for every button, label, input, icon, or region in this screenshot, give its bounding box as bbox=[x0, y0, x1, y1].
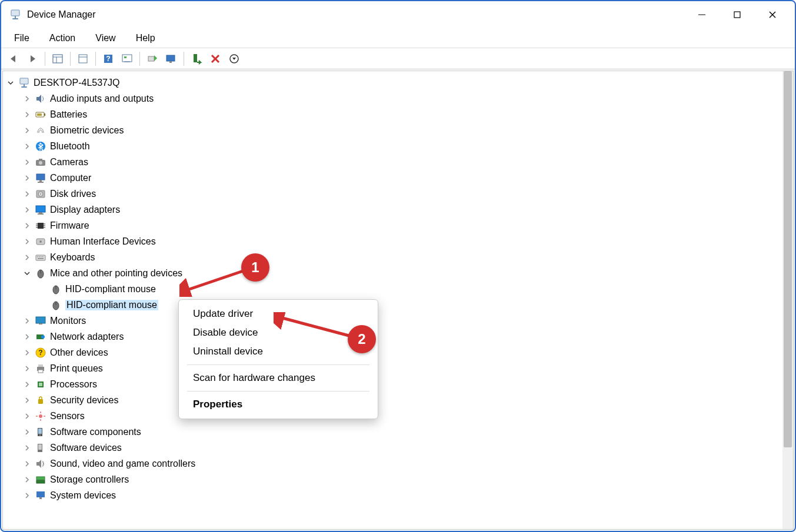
tree-category[interactable]: ? Other devices bbox=[5, 344, 780, 360]
toolbar-separator bbox=[70, 52, 71, 66]
tool-uninstall[interactable] bbox=[207, 51, 224, 67]
chevron-right-icon[interactable] bbox=[22, 205, 32, 215]
tree-root[interactable]: DESKTOP-4L537JQ bbox=[5, 75, 780, 91]
menu-help[interactable]: Help bbox=[128, 31, 164, 46]
context-menu-item[interactable]: Uninstall device bbox=[179, 342, 378, 361]
chevron-right-icon[interactable] bbox=[22, 157, 32, 168]
tool-help[interactable]: ? bbox=[99, 51, 117, 67]
chevron-down-icon[interactable] bbox=[22, 268, 32, 279]
close-button[interactable] bbox=[755, 3, 790, 26]
svg-rect-1 bbox=[15, 16, 16, 18]
chevron-right-icon[interactable] bbox=[22, 220, 32, 231]
svg-rect-15 bbox=[124, 56, 126, 58]
tree-category[interactable]: Computer bbox=[5, 170, 780, 186]
svg-rect-54 bbox=[41, 256, 42, 257]
chevron-right-icon[interactable] bbox=[22, 316, 32, 326]
svg-rect-64 bbox=[39, 323, 42, 324]
chevron-right-icon[interactable] bbox=[22, 363, 32, 374]
chevron-right-icon[interactable] bbox=[22, 474, 32, 485]
tool-properties[interactable] bbox=[74, 51, 92, 67]
chevron-right-icon[interactable] bbox=[22, 395, 32, 406]
tool-update-driver[interactable] bbox=[144, 51, 161, 67]
tree-category[interactable]: Software devices bbox=[5, 440, 780, 456]
tree-category-label: Keyboards bbox=[50, 252, 95, 263]
chevron-right-icon[interactable] bbox=[22, 332, 32, 342]
chevron-right-icon[interactable] bbox=[22, 109, 32, 120]
tree-category-label: Network adapters bbox=[50, 332, 124, 342]
tree-category[interactable]: Software components bbox=[5, 424, 780, 440]
chevron-right-icon[interactable] bbox=[22, 141, 32, 152]
tree-device-label: HID-compliant mouse bbox=[65, 300, 158, 310]
svg-rect-82 bbox=[36, 480, 45, 483]
tree-category[interactable]: Audio inputs and outputs bbox=[5, 91, 780, 106]
tool-disable[interactable] bbox=[225, 51, 243, 67]
toolbar-separator bbox=[45, 52, 45, 66]
chevron-right-icon[interactable] bbox=[22, 443, 32, 453]
svg-rect-25 bbox=[21, 86, 27, 88]
tree-category[interactable]: Firmware bbox=[5, 218, 780, 233]
chevron-right-icon[interactable] bbox=[22, 236, 32, 247]
tree-category[interactable]: Sound, video and game controllers bbox=[5, 456, 780, 471]
tree-category[interactable]: Bluetooth bbox=[5, 138, 780, 154]
tree-category[interactable]: Batteries bbox=[5, 106, 780, 122]
scrollbar-vertical[interactable] bbox=[782, 71, 793, 529]
tree-category[interactable]: Print queues bbox=[5, 360, 780, 376]
menu-view[interactable]: View bbox=[87, 31, 124, 46]
tree-category[interactable]: Network adapters bbox=[5, 329, 780, 344]
tree-device[interactable]: HID-compliant mouse bbox=[5, 281, 780, 297]
tree-category[interactable]: Monitors bbox=[5, 313, 780, 329]
tree-category[interactable]: Biometric devices bbox=[5, 122, 780, 138]
svg-text:?: ? bbox=[38, 349, 42, 357]
tree-category[interactable]: Keyboards bbox=[5, 249, 780, 265]
context-menu-item[interactable]: Scan for hardware changes bbox=[179, 369, 378, 387]
tree-category[interactable]: Cameras bbox=[5, 154, 780, 170]
tree-category-label: Biometric devices bbox=[50, 125, 124, 136]
tree-category-label: Batteries bbox=[50, 109, 87, 120]
tree-category[interactable]: Security devices bbox=[5, 392, 780, 408]
tool-action[interactable] bbox=[118, 51, 136, 67]
window-title: Device Manager bbox=[27, 9, 96, 20]
chevron-right-icon[interactable] bbox=[22, 347, 32, 358]
device-tree[interactable]: DESKTOP-4L537JQ Audio inputs and outputs… bbox=[3, 71, 782, 529]
tool-scan[interactable] bbox=[162, 51, 180, 67]
tree-category[interactable]: Mice and other pointing devices bbox=[5, 265, 780, 281]
pc-icon bbox=[35, 172, 46, 184]
hdd-icon bbox=[35, 188, 46, 200]
scrollbar-thumb[interactable] bbox=[784, 71, 792, 447]
chevron-right-icon[interactable] bbox=[22, 252, 32, 263]
tree-device[interactable]: HID-compliant mouse bbox=[5, 297, 780, 313]
back-button[interactable] bbox=[5, 51, 22, 67]
tree-category[interactable]: Display adapters bbox=[5, 202, 780, 218]
minimize-button[interactable] bbox=[684, 3, 720, 26]
tool-show-hide-tree[interactable] bbox=[49, 51, 66, 67]
tree-category[interactable]: Processors bbox=[5, 376, 780, 392]
maximize-button[interactable] bbox=[720, 3, 755, 26]
chevron-down-icon[interactable] bbox=[5, 78, 16, 88]
tree-category[interactable]: Sensors bbox=[5, 408, 780, 424]
chevron-right-icon[interactable] bbox=[22, 189, 32, 199]
chevron-right-icon[interactable] bbox=[22, 427, 32, 437]
tree-category[interactable]: Human Interface Devices bbox=[5, 233, 780, 249]
tree-category[interactable]: Disk drives bbox=[5, 186, 780, 202]
tree-category-label: Sensors bbox=[50, 411, 85, 421]
menu-file[interactable]: File bbox=[6, 31, 38, 46]
chevron-right-icon[interactable] bbox=[22, 93, 32, 104]
security-icon bbox=[35, 394, 46, 406]
tool-enable[interactable] bbox=[188, 51, 205, 67]
tree-category[interactable]: Storage controllers bbox=[5, 471, 780, 487]
chevron-right-icon[interactable] bbox=[22, 125, 32, 136]
svg-point-50 bbox=[39, 240, 42, 243]
menu-action[interactable]: Action bbox=[41, 31, 84, 46]
tree-category[interactable]: System devices bbox=[5, 487, 780, 503]
forward-button[interactable] bbox=[24, 51, 41, 67]
chevron-right-icon[interactable] bbox=[22, 411, 32, 421]
chevron-right-icon[interactable] bbox=[22, 459, 32, 469]
camera-icon bbox=[35, 156, 46, 168]
svg-rect-23 bbox=[20, 78, 28, 84]
chevron-right-icon[interactable] bbox=[22, 173, 32, 183]
chevron-right-icon[interactable] bbox=[22, 379, 32, 390]
context-menu-item[interactable]: Properties bbox=[179, 395, 378, 414]
chevron-right-icon[interactable] bbox=[22, 490, 32, 501]
svg-rect-51 bbox=[36, 255, 45, 260]
svg-rect-19 bbox=[194, 54, 197, 62]
